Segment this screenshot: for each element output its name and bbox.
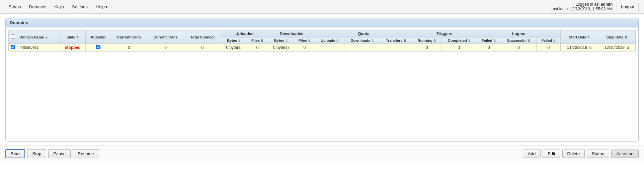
row-quota-uploads [315,44,344,52]
nav-settings[interactable]: Settings [69,3,91,11]
logout-button[interactable]: Logout [617,3,639,11]
col-header-quota-uploads[interactable]: Uploads ⇅ [315,37,344,44]
row-uploaded-bytes: 0 byte(s) [221,44,247,52]
nav-keys[interactable]: Keys [51,3,67,11]
panel-header: Domains [6,18,638,27]
table-row: mftserver1 stopped 0 0 0 0 byte(s) 0 0 b… [9,44,636,52]
sort-tc-icon: ⇅ [468,39,471,42]
domains-table: Domain Name ▲ State ⇅ Autostar Current C… [8,30,636,52]
col-header-quota: Quota [315,30,412,37]
col-header-current-conn[interactable]: Current Conn [111,30,147,44]
col-header-uploaded-files[interactable]: Files ⇅ [247,37,268,44]
user-info-line1: Logged in as: admin [551,2,613,7]
row-downloaded-bytes: 0 byte(s) [268,44,294,52]
col-header-logins-failed2[interactable]: Failed ⇅ [537,37,561,44]
row-autostart-checkbox[interactable] [96,45,100,49]
row-checkbox[interactable] [11,45,15,49]
col-header-start-date[interactable]: Start Date ⇅ [561,30,598,44]
col-header-quota-transfers[interactable]: Transfers ⇅ [380,37,412,44]
row-logins-failed: 0 [477,44,501,52]
sort-ls-icon: ⇅ [528,39,530,42]
row-triggers-completed: 1 [442,44,477,52]
sort-df-icon: ⇅ [308,39,311,42]
col-header-downloaded: Downloaded [268,30,315,37]
row-state: stopped [60,44,86,52]
sort-start-date-icon: ⇅ [587,36,590,39]
sort-tr-icon: ⇅ [433,39,436,42]
nav-status[interactable]: Status [5,3,24,11]
row-domain-name[interactable]: mftserver1 [17,44,60,52]
row-logins-successful: 0 [501,44,536,52]
nav-right: Logged in as: admin Last login: 12/12/20… [551,2,639,11]
delete-button[interactable]: Delete [562,150,585,158]
row-stop-date: 12/16/2019, 5 [598,44,636,52]
sort-domain-name-icon: ▲ [45,36,48,39]
col-header-logins-successful[interactable]: Successful ⇅ [501,37,536,44]
status-button[interactable]: Status [587,150,609,158]
row-quota-downloads [344,44,380,52]
state-stopped-label: stopped [65,45,81,50]
row-downloaded-files: 0 [294,44,315,52]
edit-button[interactable]: Edit [543,150,560,158]
row-current-trans: 0 [147,44,184,52]
user-info-line2: Last login: 12/12/2019, 1:55:02 AM [551,7,613,11]
col-header-checkbox [9,30,17,44]
add-button[interactable]: Add [523,150,541,158]
row-autostart [86,44,111,52]
row-total-connect: 0 [184,44,221,52]
col-header-stop-date[interactable]: Stop Date ⇅ [598,30,636,44]
col-header-state[interactable]: State ⇅ [60,30,86,44]
last-login-time: 12/12/2019, 1:55:02 AM [570,7,613,11]
start-button[interactable]: Start [5,149,25,158]
col-header-downloaded-files[interactable]: Files ⇅ [294,37,315,44]
toolbar-right: Add Edit Delete Status Autostart [523,150,639,158]
autostart-button[interactable]: Autostart [611,150,639,158]
row-checkbox-cell [9,44,17,52]
col-header-logins-failed[interactable]: Failed ⇅ [477,37,501,44]
col-header-domain-name[interactable]: Domain Name ▲ [17,30,60,44]
bottom-toolbar: Start Stop Pause Resume Add Edit Delete … [0,146,644,162]
col-header-triggers: Triggers [412,30,477,37]
col-header-uploaded: Uploaded [221,30,268,37]
col-header-triggers-completed[interactable]: Completed ⇅ [442,37,477,44]
row-current-conn: 0 [111,44,147,52]
sort-uf-icon: ⇅ [261,39,263,42]
col-header-autostart[interactable]: Autostar [86,30,111,44]
row-uploaded-files: 0 [247,44,268,52]
sort-stop-date-icon: ⇅ [625,36,627,39]
sort-qt-icon: ⇅ [404,39,406,42]
panel-body: Domain Name ▲ State ⇅ Autostar Current C… [6,27,638,141]
sort-state-icon: ⇅ [76,36,79,39]
domains-panel: Domains Domain Name ▲ State [5,18,639,142]
toolbar-left: Start Stop Pause Resume [5,149,99,158]
col-header-logins: Logins [477,30,561,37]
col-header-total-connect[interactable]: Total Connect [184,30,221,44]
sort-lf2-icon: ⇅ [553,39,556,42]
nav-left: Status Domains Keys Settings Help ▾ [5,3,111,11]
stop-button[interactable]: Stop [27,149,46,158]
nav-domains[interactable]: Domains [26,3,50,11]
sort-qu-icon: ⇅ [336,39,339,42]
help-label: Help [96,4,105,9]
logged-in-label: Logged in as: [575,2,599,7]
col-header-downloaded-bytes[interactable]: Bytes ⇅ [268,37,294,44]
panel-title: Domains [10,20,28,25]
last-login-label: Last login: [551,7,569,11]
user-info: Logged in as: admin Last login: 12/12/20… [551,2,613,11]
row-start-date: 11/20/2019, 6 [561,44,598,52]
col-header-triggers-running[interactable]: Running ⇅ [412,37,442,44]
select-all-checkbox[interactable] [11,34,15,39]
pause-button[interactable]: Pause [48,149,71,158]
row-triggers-running: 0 [412,44,442,52]
resume-button[interactable]: Resume [73,149,99,158]
username: admin [601,2,613,7]
col-header-current-trans[interactable]: Current Trans [147,30,184,44]
row-logins-failed2: 0 [537,44,561,52]
sort-ub-icon: ⇅ [238,39,241,42]
col-header-quota-downloads[interactable]: Downloads ⇅ [344,37,380,44]
row-quota-transfers [380,44,412,52]
nav-help[interactable]: Help ▾ [92,3,111,11]
sort-db-icon: ⇅ [285,39,288,42]
sort-lf-icon: ⇅ [493,39,496,42]
col-header-uploaded-bytes[interactable]: Bytes ⇅ [221,37,247,44]
